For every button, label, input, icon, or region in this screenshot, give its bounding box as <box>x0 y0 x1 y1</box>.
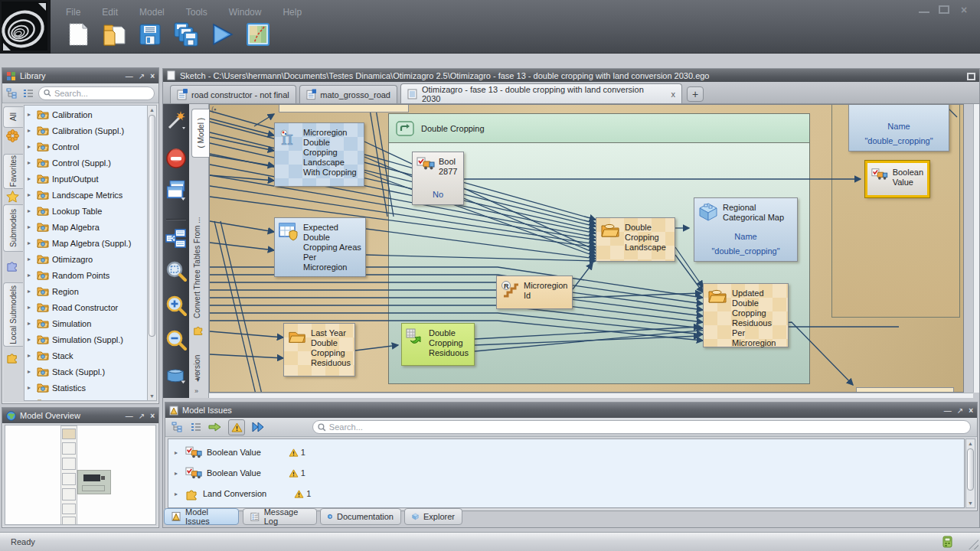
node-bool-2877[interactable]: Bool 2877 No <box>412 152 464 205</box>
node-double-cropping-residuous[interactable]: Double Cropping Residuous <box>401 323 475 366</box>
scroll-down-icon[interactable]: ▼ <box>966 500 975 506</box>
scroll-up-icon[interactable]: ▲ <box>966 441 975 446</box>
node-regional-categorical-map[interactable]: Regional Categorical Map Name "double_cr… <box>694 197 798 262</box>
library-item[interactable]: ▸Statistics <box>24 380 149 396</box>
sketch-maximize-button[interactable] <box>967 73 975 80</box>
cascade-windows-icon[interactable] <box>165 179 187 201</box>
expander-icon[interactable]: ▸ <box>28 400 34 401</box>
library-tab-favorites[interactable]: Favorites <box>3 154 23 189</box>
expander-icon[interactable]: ▸ <box>28 127 34 134</box>
panel-float-icon[interactable]: ↗ <box>139 72 145 80</box>
tab-model[interactable]: ( Model ) <box>191 109 209 158</box>
expander-icon[interactable]: ▸ <box>28 191 34 198</box>
panel-close-icon[interactable]: × <box>150 72 155 80</box>
expander-icon[interactable]: ▸ <box>175 491 181 497</box>
library-item[interactable]: ▸Region <box>24 283 149 299</box>
wand-icon[interactable] <box>165 110 187 132</box>
collapse-strip-icon[interactable]: (▪ <box>211 106 216 113</box>
tree-view-icon[interactable] <box>172 422 184 432</box>
list-view-icon[interactable] <box>23 88 34 99</box>
scroll-down-icon[interactable]: ▼ <box>148 393 156 399</box>
window-close-button[interactable]: × <box>959 4 969 16</box>
issue-row[interactable]: ▸ Boolean Value 1 <box>168 463 964 483</box>
expander-icon[interactable]: ▸ <box>28 288 34 295</box>
auto-layout-icon[interactable] <box>165 228 187 249</box>
sketch-titlebar[interactable]: Sketch - C:\Users\hermann\Documents\Test… <box>163 69 979 82</box>
expander-icon[interactable]: ▸ <box>175 470 181 477</box>
library-item[interactable]: ▸Stack (Suppl.) <box>24 364 149 380</box>
zoom-out-icon[interactable] <box>165 330 187 351</box>
sketch-tab[interactable]: road constructor - not final <box>170 85 296 103</box>
menu-help[interactable]: Help <box>279 7 305 18</box>
scroll-up-icon[interactable]: ▲ <box>148 107 156 112</box>
run-issues-icon[interactable] <box>252 422 266 432</box>
table-box-icon[interactable] <box>165 364 187 386</box>
model-overview-canvas[interactable] <box>5 425 156 525</box>
window-minimize-button[interactable] <box>919 4 929 13</box>
expander-icon[interactable]: ▸ <box>28 175 34 182</box>
expander-icon[interactable]: ▸ <box>28 320 34 327</box>
save-model-button[interactable] <box>136 21 164 48</box>
filter-warnings-toggle[interactable] <box>228 419 245 435</box>
tree-view-icon[interactable] <box>6 88 18 99</box>
tab-version[interactable]: version <box>193 343 201 380</box>
list-view-icon[interactable] <box>191 422 201 432</box>
expander-icon[interactable]: ▸ <box>28 143 34 150</box>
resize-grip[interactable] <box>969 540 978 549</box>
zoom-fit-icon[interactable] <box>165 261 187 282</box>
remove-icon[interactable] <box>165 148 187 169</box>
save-all-button[interactable] <box>172 21 200 48</box>
node-name-double-cropping[interactable]: Name "double_cropping" <box>848 104 949 152</box>
tab-documentation[interactable]: ? Documentation <box>320 508 401 525</box>
library-item[interactable]: ▸Road Constructor <box>24 299 149 315</box>
node-microregion-id[interactable]: R Microregion Id <box>496 276 573 309</box>
library-item[interactable]: ▸Lookup Table <box>24 203 149 219</box>
library-item[interactable]: ▸Control <box>24 139 149 155</box>
library-item[interactable]: ▸Simulation (Suppl.) <box>24 331 149 347</box>
window-maximize-button[interactable] <box>939 5 949 14</box>
issues-scrollbar[interactable]: ▲ ▼ <box>965 439 975 508</box>
expander-icon[interactable]: ▸ <box>28 223 34 230</box>
node-last-year-double-cropping-residuous[interactable]: Last Year Double Cropping Residuous <box>283 323 355 377</box>
menu-edit[interactable]: Edit <box>99 7 121 18</box>
zoom-in-icon[interactable] <box>165 295 187 317</box>
library-item[interactable]: ▸Landscape Metrics <box>24 187 149 203</box>
expander-icon[interactable]: ▸ <box>28 352 34 359</box>
menu-tools[interactable]: Tools <box>183 7 211 18</box>
library-item[interactable]: ▸Map Algebra (Suppl.) <box>24 235 149 251</box>
canvas-horizontal-scrollbar[interactable] <box>209 393 973 398</box>
model-issues-search-input[interactable] <box>329 422 965 432</box>
library-item[interactable]: ▸Simulation <box>24 315 149 331</box>
library-item-partial[interactable]: ▸ <box>24 396 149 401</box>
tabs-scroll-down-icon[interactable]: ▼ <box>195 377 201 383</box>
map-viewer-button[interactable] <box>244 21 272 48</box>
expander-icon[interactable]: ▸ <box>28 256 34 262</box>
issue-row[interactable]: ▸ Land Conversion 1 <box>168 484 964 504</box>
node-double-cropping-landscape[interactable]: Double Cropping Landscape <box>596 217 675 262</box>
group-header[interactable]: Double Cropping <box>389 114 809 143</box>
expander-icon[interactable]: ▸ <box>28 304 34 311</box>
open-model-button[interactable] <box>100 21 128 48</box>
panel-minimize-icon[interactable]: — <box>944 406 952 415</box>
run-model-button[interactable] <box>208 21 236 48</box>
canvas-vertical-scrollbar[interactable] <box>973 104 979 393</box>
expander-icon[interactable]: ▸ <box>28 159 34 166</box>
partial-node-bottom[interactable] <box>856 387 954 393</box>
library-item[interactable]: ▸Otimizagro <box>24 251 149 267</box>
library-item[interactable]: ▸Stack <box>24 347 149 364</box>
tab-model-issues[interactable]: Model Issues <box>164 508 239 525</box>
tab-explorer[interactable]: Explorer <box>404 508 462 525</box>
library-tab-all[interactable]: All <box>3 106 23 128</box>
panel-float-icon[interactable]: ↗ <box>957 406 963 415</box>
tabs-more-icon[interactable]: » <box>194 387 198 395</box>
expander-icon[interactable]: ▸ <box>28 240 34 246</box>
library-item[interactable]: ▸Calibration <box>24 106 149 122</box>
panel-minimize-icon[interactable]: — <box>126 412 133 420</box>
issue-row[interactable]: ▸ Boolean Value 1 <box>168 442 964 462</box>
library-tab-submodels[interactable]: Submodels <box>3 204 23 252</box>
library-scrollbar[interactable]: ▲ ▼ <box>147 105 157 401</box>
tab-message-log[interactable]: Message Log <box>243 508 317 525</box>
library-item[interactable]: ▸Map Algebra <box>24 219 149 235</box>
panel-minimize-icon[interactable]: — <box>126 72 133 80</box>
library-search-input[interactable] <box>54 89 149 98</box>
